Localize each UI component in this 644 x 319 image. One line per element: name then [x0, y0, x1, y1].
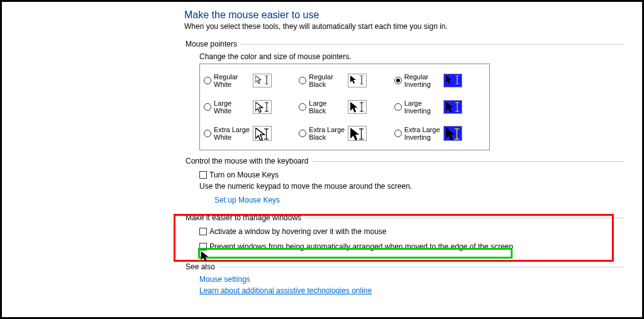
- legend-see-also: See also: [184, 262, 219, 271]
- checkbox-prevent-arrange[interactable]: Prevent windows from being automatically…: [199, 242, 625, 251]
- radio-icon: [394, 130, 402, 137]
- radio-icon: [299, 130, 306, 137]
- checkbox-label: Activate a window by hovering over it wi…: [209, 227, 386, 236]
- mouse-pointers-desc: Change the color and size of mouse point…: [199, 52, 625, 61]
- pointer-preview: [443, 74, 462, 87]
- option-label: Extra Large Black: [309, 126, 345, 141]
- checkbox-label: Turn on Mouse Keys: [209, 171, 279, 179]
- checkbox-label: Prevent windows from being automatically…: [209, 242, 513, 251]
- page-title: Make the mouse easier to use: [184, 9, 625, 21]
- radio-icon: [299, 77, 306, 84]
- pointer-preview: [348, 74, 367, 87]
- checkbox-mouse-keys[interactable]: Turn on Mouse Keys: [199, 171, 625, 179]
- legend-mouse-pointers: Mouse pointers: [184, 40, 241, 48]
- checkbox-activate-hover[interactable]: Activate a window by hovering over it wi…: [199, 227, 625, 236]
- window-frame: Make the mouse easier to use When you se…: [0, 0, 644, 319]
- link-setup-mouse-keys[interactable]: Set up Mouse Keys: [214, 196, 280, 204]
- option-label: Regular Inverting: [404, 73, 441, 88]
- checkbox-icon: [199, 171, 207, 179]
- radio-icon: [204, 130, 211, 137]
- option-label: Extra Large Inverting: [404, 126, 441, 141]
- radio-icon: [204, 77, 211, 84]
- pointer-preview: [253, 100, 272, 114]
- option-label: Regular Black: [309, 73, 345, 88]
- option-regular-white[interactable]: Regular White: [204, 68, 295, 93]
- pointer-preview: [348, 100, 367, 114]
- pointer-preview: [443, 100, 462, 114]
- radio-icon: [394, 77, 402, 84]
- option-extra-large-black[interactable]: Extra Large Black: [299, 121, 390, 146]
- main-content: Make the mouse easier to use When you se…: [184, 9, 625, 295]
- option-regular-inverting[interactable]: Regular Inverting: [394, 68, 486, 93]
- section-manage-windows: Make it easier to manage windows Activat…: [184, 213, 625, 254]
- section-mouse-pointers: Mouse pointers Change the color and size…: [184, 40, 625, 150]
- option-large-white[interactable]: Large White: [204, 94, 295, 120]
- mouse-keys-desc: Use the numeric keypad to move the mouse…: [199, 182, 625, 191]
- section-see-also: See also Mouse settings Learn about addi…: [184, 262, 625, 295]
- radio-icon: [394, 103, 402, 111]
- checkbox-icon: [199, 228, 207, 235]
- option-large-black[interactable]: Large Black: [299, 94, 390, 120]
- pointer-preview: [253, 126, 272, 141]
- option-extra-large-white[interactable]: Extra Large White: [204, 121, 295, 146]
- page-subtitle: When you select these tools, they will a…: [184, 22, 625, 31]
- radio-icon: [299, 103, 306, 111]
- link-learn-assistive[interactable]: Learn about additional assistive technol…: [199, 286, 372, 295]
- option-label: Regular White: [214, 73, 250, 88]
- radio-icon: [204, 103, 211, 111]
- link-mouse-settings[interactable]: Mouse settings: [199, 275, 250, 284]
- option-extra-large-inverting[interactable]: Extra Large Inverting: [394, 121, 486, 146]
- option-label: Large White: [214, 99, 250, 115]
- option-label: Large Inverting: [404, 99, 441, 115]
- option-label: Extra Large White: [214, 126, 250, 141]
- legend-keyboard: Control the mouse with the keyboard: [184, 157, 312, 165]
- option-label: Large Black: [309, 99, 345, 115]
- pointer-preview: [443, 126, 462, 141]
- legend-manage-windows: Make it easier to manage windows: [184, 213, 305, 222]
- pointer-preview: [253, 74, 272, 87]
- checkbox-icon: [199, 243, 207, 250]
- option-regular-black[interactable]: Regular Black: [299, 68, 390, 93]
- pointer-grid: Regular White Regular Black: [199, 64, 490, 150]
- pointer-preview: [348, 126, 367, 141]
- section-keyboard: Control the mouse with the keyboard Turn…: [184, 157, 625, 204]
- option-large-inverting[interactable]: Large Inverting: [394, 94, 486, 120]
